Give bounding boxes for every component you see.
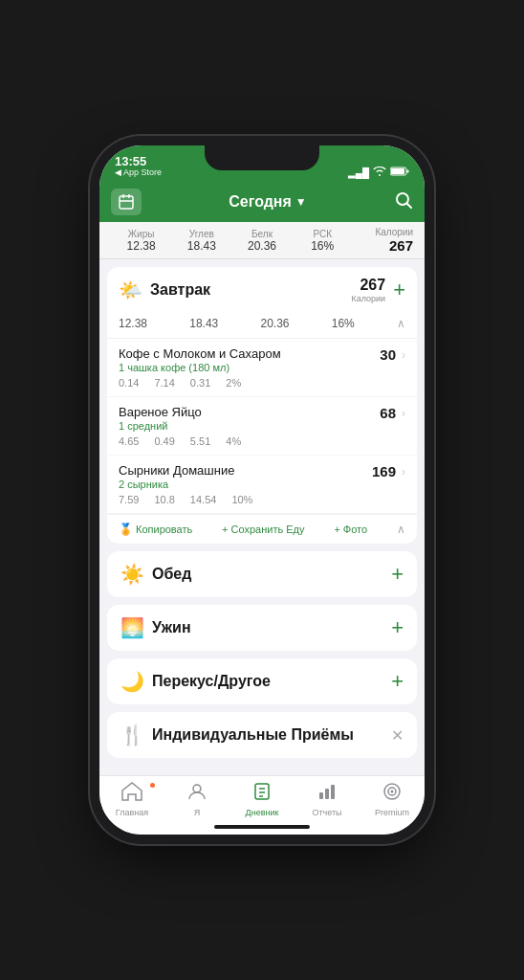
breakfast-macros: 12.38 18.43 20.36 16% ∧ [107, 313, 417, 339]
nav-title[interactable]: Сегодня ▼ [229, 193, 307, 211]
tab-premium-label: Premium [375, 808, 409, 817]
individual-icon: 🍴 [120, 724, 144, 746]
signal-icon: ▂▄█ [348, 167, 369, 178]
dinner-add-button[interactable]: + [391, 617, 404, 638]
breakfast-name: Завтрак [150, 281, 210, 299]
food-name-3: Сырники Домашние [119, 463, 372, 478]
breakfast-cal-label: Калории [351, 294, 385, 303]
save-food-button[interactable]: + Сохранить Еду [222, 523, 304, 535]
dinner-name: Ужин [152, 619, 191, 636]
food-arrow-icon-3[interactable]: › [402, 465, 405, 479]
food-arrow-icon-2[interactable]: › [402, 407, 405, 420]
food-cal-3: 169 [372, 463, 396, 479]
svg-line-8 [406, 203, 411, 208]
food-arrow-icon-1[interactable]: › [402, 348, 405, 362]
nav-dropdown-icon: ▼ [295, 195, 307, 209]
status-store: ◀ App Store [115, 167, 162, 178]
snack-name: Перекус/Другое [152, 673, 271, 690]
food-cal-2: 68 [380, 405, 396, 421]
premium-icon [382, 782, 402, 806]
search-button[interactable] [394, 190, 413, 214]
action-collapse-button[interactable]: ∧ [397, 523, 405, 536]
food-item: Сырники Домашние 2 сырника 169 › 7.59 10… [107, 456, 417, 514]
calories-macro: Калории 267 [353, 227, 413, 254]
food-portion-2: 1 средний [119, 420, 380, 432]
lunch-add-button[interactable]: + [391, 564, 404, 585]
lunch-card: ☀️ Обед + [107, 551, 417, 597]
status-time: 13:55 [115, 155, 162, 167]
calendar-button[interactable] [111, 189, 142, 215]
battery-icon [390, 167, 409, 178]
rsk-macro: РСК 16% [293, 229, 353, 253]
dinner-icon: 🌅 [120, 616, 144, 639]
tab-reports[interactable]: Отчеты [295, 782, 360, 817]
tab-me-label: Я [194, 808, 201, 817]
photo-button[interactable]: + Фото [334, 523, 367, 535]
breakfast-collapse-button[interactable]: ∧ [397, 317, 405, 330]
status-left: 13:55 ◀ App Store [115, 155, 162, 178]
macros-header: Жиры 12.38 Углев 18.43 Белк 20.36 РСК 16… [99, 222, 425, 259]
food-macros-1: 0.14 7.14 0.31 2% [119, 377, 405, 389]
lunch-icon: ☀️ [120, 563, 144, 586]
individual-close-button[interactable]: ✕ [391, 726, 404, 745]
home-notification-dot [150, 783, 155, 788]
wifi-icon [373, 167, 386, 178]
home-bar [214, 825, 310, 829]
food-macros-3: 7.59 10.8 14.54 10% [119, 494, 405, 505]
food-item: Кофе с Молоком и Сахаром 1 чашка кофе (1… [107, 339, 417, 397]
diary-icon [252, 782, 272, 806]
food-portion-1: 1 чашка кофе (180 мл) [119, 362, 380, 373]
individual-meals-card: 🍴 Индивидуальные Приёмы ✕ [107, 712, 417, 758]
svg-point-19 [391, 791, 394, 793]
food-portion-3: 2 сырника [119, 479, 372, 490]
copy-button[interactable]: 🏅 Копировать [119, 523, 192, 536]
svg-rect-14 [319, 792, 323, 799]
tab-reports-label: Отчеты [312, 808, 341, 817]
svg-rect-2 [407, 170, 409, 173]
breakfast-cal-num: 267 [351, 277, 385, 294]
food-item: Вареное Яйцо 1 средний 68 › 4.65 0.49 5.… [107, 397, 417, 456]
breakfast-card: 🌤️ Завтрак 267 Калории + 12.38 18.43 20.… [107, 267, 417, 544]
svg-rect-1 [391, 168, 404, 174]
coin-icon: 🏅 [119, 523, 133, 536]
breakfast-action-bar: 🏅 Копировать + Сохранить Еду + Фото ∧ [107, 514, 417, 544]
svg-rect-15 [325, 789, 329, 799]
food-cal-1: 30 [380, 346, 396, 363]
svg-point-9 [193, 785, 201, 792]
breakfast-add-button[interactable]: + [393, 279, 405, 301]
svg-rect-3 [120, 196, 133, 209]
notch [205, 145, 319, 170]
main-content: 🌤️ Завтрак 267 Калории + 12.38 18.43 20.… [99, 259, 425, 782]
home-icon [121, 782, 142, 806]
snack-card: 🌙 Перекус/Другое + [107, 658, 417, 704]
snack-add-button[interactable]: + [391, 671, 404, 692]
food-macros-2: 4.65 0.49 5.51 4% [119, 435, 405, 447]
reports-icon [317, 782, 337, 806]
nav-bar: Сегодня ▼ [99, 182, 425, 222]
svg-rect-16 [331, 785, 335, 799]
lunch-name: Обед [152, 566, 191, 583]
tab-home-label: Главная [116, 808, 148, 817]
individual-name: Индивидуальные Приёмы [152, 726, 354, 744]
breakfast-icon: 🌤️ [119, 278, 142, 301]
protein-macro: Белк 20.36 [231, 229, 292, 253]
tab-diary[interactable]: Дневник [229, 782, 295, 817]
food-name-2: Вареное Яйцо [119, 405, 380, 419]
tab-diary-label: Дневник [246, 808, 279, 817]
phone-frame: 13:55 ◀ App Store ▂▄█ [99, 145, 425, 835]
me-icon [187, 782, 207, 806]
dinner-card: 🌅 Ужин + [107, 605, 417, 651]
carb-macro: Углев 18.43 [171, 229, 231, 253]
breakfast-header: 🌤️ Завтрак 267 Калории + [107, 267, 417, 313]
tab-home[interactable]: Главная [99, 782, 164, 817]
fat-macro: Жиры 12.38 [111, 229, 171, 253]
food-name-1: Кофе с Молоком и Сахаром [119, 346, 380, 361]
status-icons: ▂▄█ [348, 167, 409, 178]
snack-icon: 🌙 [120, 670, 144, 693]
tab-premium[interactable]: Premium [360, 782, 425, 817]
tab-me[interactable]: Я [164, 782, 229, 817]
